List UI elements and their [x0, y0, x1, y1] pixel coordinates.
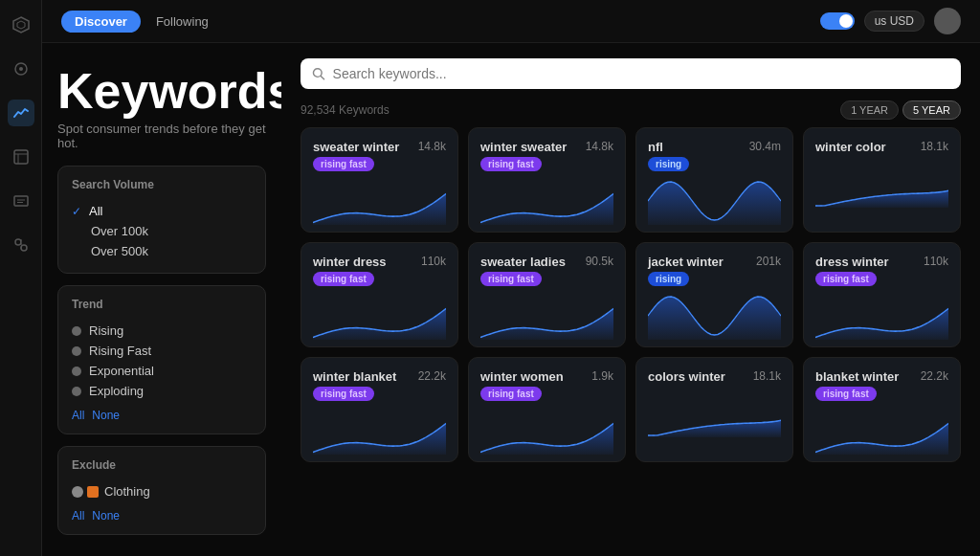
keyword-chart	[313, 177, 446, 229]
nav-right: us USD	[820, 8, 961, 34]
top-nav: Discover Following us USD	[42, 0, 980, 43]
keyword-volume: 14.8k	[586, 140, 613, 153]
svg-marker-1	[17, 21, 25, 29]
keyword-text: jacket winter	[648, 255, 724, 269]
keyword-text: winter sweater	[480, 140, 567, 154]
theme-toggle[interactable]	[820, 12, 855, 30]
keyword-card[interactable]: winter dress rising fast 110k	[301, 242, 458, 347]
card-header: nfl rising 30.4m	[648, 140, 781, 171]
keyword-volume: 110k	[924, 255, 948, 268]
keyword-text: sweater ladies	[480, 255, 566, 269]
rising-fast-label: Rising Fast	[89, 344, 151, 358]
user-avatar[interactable]	[934, 8, 961, 34]
trend-badge: rising	[648, 157, 689, 171]
page-subtitle: Spot consumer trends before they get hot…	[57, 122, 266, 150]
keyword-chart	[313, 407, 446, 458]
filter-all[interactable]: ✓ All	[72, 201, 252, 221]
filter-500k-label: Over 500k	[91, 244, 148, 258]
exclude-clothing-label: Clothing	[104, 484, 150, 499]
sidebar-nav-4[interactable]	[8, 188, 34, 214]
sidebar-logo[interactable]	[8, 11, 34, 38]
keyword-text: colors winter	[648, 369, 725, 384]
check-icon: ✓	[72, 205, 81, 218]
trend-exploding[interactable]: Exploding	[72, 381, 252, 401]
trend-filter-links: All None	[72, 409, 252, 422]
keyword-volume: 22.2k	[921, 369, 948, 383]
search-input[interactable]	[333, 66, 949, 81]
rising-dot	[72, 326, 81, 336]
trend-filter: Trend Rising Rising Fast Exponential Exp…	[57, 285, 266, 434]
exclude-none-link[interactable]: None	[92, 509, 120, 523]
left-panel: Keywords BETA Spot consumer trends befor…	[42, 43, 281, 556]
svg-marker-0	[13, 17, 29, 33]
trend-all-link[interactable]: All	[72, 409, 84, 422]
sidebar-nav-1[interactable]	[8, 56, 34, 82]
following-button[interactable]: Following	[148, 11, 216, 33]
exclude-icons	[72, 486, 99, 498]
trend-exponential[interactable]: Exponential	[72, 361, 252, 381]
keyword-volume: 110k	[421, 255, 446, 268]
chart-svg	[313, 177, 446, 225]
sidebar-nav-5[interactable]	[8, 232, 34, 258]
card-header: winter color 18.1k	[815, 140, 948, 154]
locale-selector[interactable]: us USD	[864, 11, 924, 32]
search-bar	[301, 58, 961, 89]
card-header: winter blanket rising fast 22.2k	[313, 369, 446, 401]
keyword-card[interactable]: winter color 18.1k	[803, 127, 961, 233]
svg-point-11	[21, 245, 27, 251]
chart-svg	[480, 407, 613, 455]
keyword-chart	[313, 292, 446, 344]
filter-all-label: All	[89, 204, 102, 218]
keyword-card[interactable]: winter blanket rising fast 22.2k	[301, 357, 458, 462]
keyword-text: winter women	[480, 369, 564, 384]
filter-over-100k[interactable]: Over 100k	[72, 221, 252, 241]
trend-rising-fast[interactable]: Rising Fast	[72, 341, 252, 361]
search-volume-filter: Search Volume ✓ All Over 100k Over 500k	[57, 166, 266, 274]
keyword-card[interactable]: sweater winter rising fast 14.8k	[301, 127, 458, 233]
card-header: dress winter rising fast 110k	[815, 255, 948, 286]
trend-none-link[interactable]: None	[92, 409, 120, 422]
sidebar-nav-trends[interactable]	[8, 100, 34, 126]
exclude-all-link[interactable]: All	[72, 509, 84, 523]
card-header: sweater winter rising fast 14.8k	[313, 140, 446, 171]
chart-svg	[648, 292, 781, 340]
keyword-volume: 14.8k	[418, 140, 446, 153]
keyword-card[interactable]: dress winter rising fast 110k	[803, 242, 961, 347]
trend-badge: rising fast	[815, 272, 877, 286]
chart-svg	[648, 389, 781, 437]
keyword-card[interactable]: colors winter 18.1k	[635, 357, 793, 462]
card-header: colors winter 18.1k	[648, 369, 781, 384]
keyword-card[interactable]: sweater ladies rising fast 90.5k	[468, 242, 626, 347]
trend-rising[interactable]: Rising	[72, 321, 252, 341]
trend-filter-title: Trend	[72, 298, 252, 311]
keyword-chart	[815, 160, 948, 220]
keyword-card[interactable]: winter sweater rising fast 14.8k	[468, 127, 626, 233]
keyword-chart	[480, 407, 613, 458]
keyword-card[interactable]: nfl rising 30.4m	[635, 127, 793, 233]
sidebar	[0, 0, 42, 556]
trend-badge: rising fast	[480, 387, 542, 401]
keyword-chart	[648, 389, 781, 450]
time-1year[interactable]: 1 YEAR	[840, 100, 899, 120]
svg-point-3	[19, 67, 23, 71]
exclude-clothing: Clothing	[72, 481, 252, 501]
chart-svg	[313, 407, 446, 455]
exponential-label: Exponential	[89, 364, 154, 378]
keyword-card[interactable]: winter women rising fast 1.9k	[468, 357, 626, 462]
keyword-chart	[480, 177, 613, 229]
discover-button[interactable]: Discover	[61, 11, 141, 33]
filter-over-500k[interactable]: Over 500k	[72, 241, 252, 261]
keyword-chart	[648, 292, 781, 344]
keyword-card[interactable]: jacket winter rising 201k	[635, 242, 793, 347]
exclude-title: Exclude	[72, 458, 252, 472]
svg-rect-7	[14, 196, 28, 206]
keyword-text: winter color	[815, 140, 886, 154]
sidebar-nav-3[interactable]	[8, 144, 34, 170]
keyword-card[interactable]: blanket winter rising fast 22.2k	[803, 357, 961, 462]
results-header: 92,534 Keywords 1 YEAR 5 YEAR	[281, 97, 980, 127]
keyword-text: sweater winter	[313, 140, 399, 154]
trend-badge: rising fast	[313, 272, 374, 286]
trend-badge: rising fast	[480, 272, 542, 286]
theme-toggle-wrap	[820, 12, 855, 30]
time-5year[interactable]: 5 YEAR	[902, 100, 961, 120]
